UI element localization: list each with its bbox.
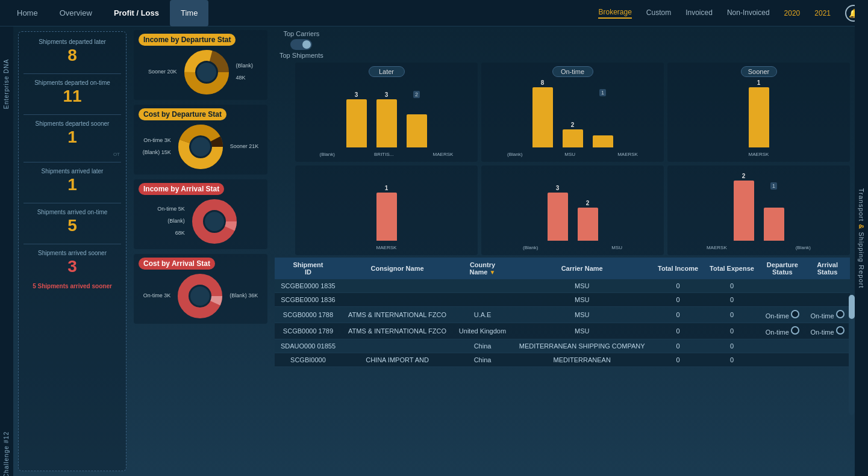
radio-arr-1789[interactable] bbox=[836, 326, 845, 335]
top-carriers-label: Top Carriers bbox=[283, 30, 319, 37]
bar-label: MAERSK bbox=[617, 152, 638, 157]
bar-item: 1 bbox=[593, 87, 613, 147]
nav-time[interactable]: Time bbox=[170, 0, 208, 26]
bar-rect-yellow bbox=[346, 99, 367, 147]
cost-departure-chart: On-time 3K(Blank) 15K Sooner 21K bbox=[139, 123, 263, 171]
col-arrival-status: ArrivalStatus bbox=[805, 258, 850, 279]
cell-dep-status bbox=[760, 353, 805, 367]
cell-expense: 0 bbox=[704, 323, 760, 339]
income-arrival-donut bbox=[187, 197, 242, 246]
bar-item: 3 bbox=[548, 185, 568, 241]
year-2020[interactable]: 2020 bbox=[784, 9, 801, 17]
bar-rect-salmon bbox=[734, 181, 754, 241]
bar-labels-row: (Blank) MSU bbox=[486, 245, 659, 250]
bar-item: 3 bbox=[346, 91, 367, 147]
scrollbar-track[interactable] bbox=[849, 295, 855, 415]
col-expense: Total Expense bbox=[704, 258, 760, 279]
radio-dep-1788[interactable] bbox=[791, 310, 799, 318]
arrival-bars-row: 1 MAERSK 3 bbox=[295, 165, 850, 255]
stat-value-arrived-sooner: 3 bbox=[23, 257, 121, 276]
enterprise-dna-label: Enterprise DNA bbox=[4, 59, 10, 109]
bar-charts-section: Top 3 Carriers by Departure Status Top 3… bbox=[275, 63, 850, 255]
arrival-later-group: 1 MAERSK bbox=[295, 165, 478, 255]
income-by-departure-card: Income by Departure Stat Sooner 20K (Bla… bbox=[134, 30, 267, 100]
stats-panel: Shipments departed later 8 Shipments dep… bbox=[18, 31, 126, 471]
bar-label: MSU bbox=[611, 245, 622, 250]
cost-departure-donut bbox=[173, 123, 228, 171]
table-row: SDAUO000 01855 China MEDITERRANEAN SHIPP… bbox=[275, 339, 850, 353]
bar-labels-row: MAERSK (Blank) bbox=[672, 245, 845, 250]
cell-carrier: MSU bbox=[512, 293, 652, 307]
cost-by-arrival-card: Cost by Arrival Stat On-time 3K (Blank) … bbox=[134, 254, 267, 324]
cell-income: 0 bbox=[652, 323, 704, 339]
nav-profit-loss[interactable]: Profit / Loss bbox=[103, 0, 170, 26]
cell-arr-status: On-time bbox=[805, 307, 850, 323]
departure-sooner-group: Sooner 1 MAERSK bbox=[667, 63, 850, 162]
cost-by-departure-card: Cost by Departure Stat On-time 3K(Blank)… bbox=[134, 105, 267, 175]
cell-income: 0 bbox=[652, 279, 704, 293]
filter-non-invoiced[interactable]: Non-Invoiced bbox=[727, 8, 770, 18]
filter-invoiced[interactable]: Invoiced bbox=[685, 8, 713, 18]
income-departure-donut bbox=[180, 48, 234, 96]
income-arrival-labels-left: On-time 5K(Blank)68K bbox=[157, 203, 185, 239]
departure-bars-row: Later 3 3 2 bbox=[295, 63, 850, 162]
bar-item: 2 bbox=[734, 173, 754, 241]
cell-shipment-id: SCGB0000 1788 bbox=[275, 307, 342, 323]
svg-point-14 bbox=[190, 286, 210, 306]
radio-arr-1788[interactable] bbox=[836, 310, 845, 318]
cell-income: 0 bbox=[652, 353, 704, 367]
scrollbar-thumb[interactable] bbox=[849, 295, 855, 319]
cost-by-departure-title: Cost by Departure Stat bbox=[139, 108, 226, 120]
rotated-labels: Top 3 Carriers by Departure Status Top 3… bbox=[275, 63, 293, 255]
cost-arrival-chart: On-time 3K (Blank) 36K bbox=[139, 272, 263, 320]
col-country: CountryName ▼ bbox=[453, 258, 512, 279]
bar-rect-yellow bbox=[749, 87, 769, 147]
income-departure-labels-left: Sooner 20K bbox=[148, 66, 177, 78]
col-income: Total Income bbox=[652, 258, 704, 279]
stat-value-departed-later: 8 bbox=[23, 46, 121, 65]
table-row: SCGBI0000 CHINA IMPORT AND China MEDITER… bbox=[275, 353, 850, 367]
arrival-sooner-group: 2 1 MAERSK (Blank) bbox=[667, 165, 850, 255]
bar-rect-salmon bbox=[548, 193, 568, 241]
bar-labels-row: MAERSK bbox=[672, 152, 845, 157]
bar-item: 1 bbox=[764, 181, 784, 241]
bar-label: MAERSK bbox=[433, 152, 454, 157]
cell-arr-status bbox=[805, 279, 850, 293]
year-2021[interactable]: 2021 bbox=[814, 9, 831, 17]
stat-value-departed-ontime: 11 bbox=[23, 87, 121, 106]
bar-label: MAERSK bbox=[707, 245, 727, 250]
ontime-title: On-time bbox=[552, 66, 593, 77]
bar-count: 2 bbox=[586, 200, 590, 206]
cell-carrier: MSU bbox=[512, 307, 652, 323]
sort-arrow-country[interactable]: ▼ bbox=[490, 269, 496, 276]
filter-brokerage[interactable]: Brokerage bbox=[598, 8, 631, 19]
table-row: SCGB0000 1789 ATMS & INTERNATIONAL FZCO … bbox=[275, 323, 850, 339]
bar-item: 3 bbox=[376, 91, 397, 147]
arrival-ontime-group: 3 2 (Blank) MSU bbox=[481, 165, 664, 255]
bar-count: 1 bbox=[757, 79, 761, 86]
cell-shipment-id: SCGB0000 1789 bbox=[275, 323, 342, 339]
bar-item: 1 bbox=[376, 185, 397, 241]
bar-count: 2 bbox=[742, 173, 746, 179]
cell-dep-status: On-time bbox=[760, 323, 805, 339]
bar-rect-salmon bbox=[764, 208, 784, 241]
stat-label-arrived-ontime: Shipments arrived on-time bbox=[23, 208, 121, 216]
cell-country bbox=[453, 293, 512, 307]
stat-departed-ontime: Shipments departed on-time 11 bbox=[23, 79, 121, 106]
bar-label: MAERSK bbox=[749, 152, 769, 157]
stat-label-departed-ontime: Shipments departed on-time bbox=[23, 79, 121, 87]
radio-dep-1789[interactable] bbox=[791, 326, 799, 335]
income-arrival-chart: On-time 5K(Blank)68K bbox=[139, 197, 263, 246]
nav-home[interactable]: Home bbox=[6, 0, 49, 26]
cell-income: 0 bbox=[652, 339, 704, 353]
ontime-departure-bars: 8 2 1 (Blan bbox=[486, 79, 659, 158]
stat-value-arrived-ontime: 5 bbox=[23, 216, 121, 235]
income-by-arrival-card: Income by Arrival Stat On-time 5K(Blank)… bbox=[134, 179, 267, 249]
bar-labels-row: MAERSK bbox=[300, 245, 473, 250]
top-carriers-toggle[interactable] bbox=[290, 39, 312, 50]
nav-overview[interactable]: Overview bbox=[49, 0, 103, 26]
cell-country: China bbox=[453, 353, 512, 367]
cell-consignor bbox=[342, 339, 453, 353]
bar-count: 3 bbox=[355, 91, 358, 98]
filter-custom[interactable]: Custom bbox=[646, 8, 671, 18]
